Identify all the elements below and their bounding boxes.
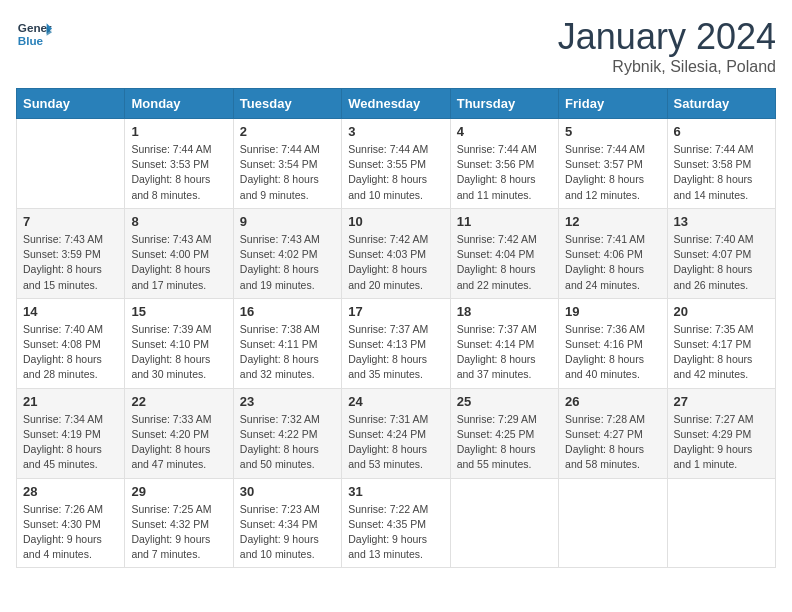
cell-content: Sunrise: 7:29 AM Sunset: 4:25 PM Dayligh… xyxy=(457,412,552,473)
cell-content: Sunrise: 7:42 AM Sunset: 4:03 PM Dayligh… xyxy=(348,232,443,293)
table-row: 28Sunrise: 7:26 AM Sunset: 4:30 PM Dayli… xyxy=(17,478,125,568)
table-row: 11Sunrise: 7:42 AM Sunset: 4:04 PM Dayli… xyxy=(450,208,558,298)
cell-content: Sunrise: 7:22 AM Sunset: 4:35 PM Dayligh… xyxy=(348,502,443,563)
date-number: 15 xyxy=(131,304,226,319)
cell-content: Sunrise: 7:43 AM Sunset: 4:02 PM Dayligh… xyxy=(240,232,335,293)
cell-content: Sunrise: 7:40 AM Sunset: 4:07 PM Dayligh… xyxy=(674,232,769,293)
header-thursday: Thursday xyxy=(450,89,558,119)
date-number: 30 xyxy=(240,484,335,499)
date-number: 20 xyxy=(674,304,769,319)
table-row: 3Sunrise: 7:44 AM Sunset: 3:55 PM Daylig… xyxy=(342,119,450,209)
table-row: 22Sunrise: 7:33 AM Sunset: 4:20 PM Dayli… xyxy=(125,388,233,478)
svg-text:Blue: Blue xyxy=(18,34,44,47)
date-number: 10 xyxy=(348,214,443,229)
table-row: 15Sunrise: 7:39 AM Sunset: 4:10 PM Dayli… xyxy=(125,298,233,388)
cell-content: Sunrise: 7:44 AM Sunset: 3:58 PM Dayligh… xyxy=(674,142,769,203)
table-row: 5Sunrise: 7:44 AM Sunset: 3:57 PM Daylig… xyxy=(559,119,667,209)
cell-content: Sunrise: 7:44 AM Sunset: 3:54 PM Dayligh… xyxy=(240,142,335,203)
table-row xyxy=(17,119,125,209)
date-number: 17 xyxy=(348,304,443,319)
table-row: 21Sunrise: 7:34 AM Sunset: 4:19 PM Dayli… xyxy=(17,388,125,478)
cell-content: Sunrise: 7:44 AM Sunset: 3:57 PM Dayligh… xyxy=(565,142,660,203)
cell-content: Sunrise: 7:37 AM Sunset: 4:13 PM Dayligh… xyxy=(348,322,443,383)
cell-content: Sunrise: 7:44 AM Sunset: 3:56 PM Dayligh… xyxy=(457,142,552,203)
cell-content: Sunrise: 7:25 AM Sunset: 4:32 PM Dayligh… xyxy=(131,502,226,563)
date-number: 13 xyxy=(674,214,769,229)
table-row: 6Sunrise: 7:44 AM Sunset: 3:58 PM Daylig… xyxy=(667,119,775,209)
page-header: General Blue January 2024 Rybnik, Silesi… xyxy=(16,16,776,76)
table-row xyxy=(667,478,775,568)
date-number: 31 xyxy=(348,484,443,499)
header-sunday: Sunday xyxy=(17,89,125,119)
table-row: 10Sunrise: 7:42 AM Sunset: 4:03 PM Dayli… xyxy=(342,208,450,298)
calendar-week-row: 21Sunrise: 7:34 AM Sunset: 4:19 PM Dayli… xyxy=(17,388,776,478)
date-number: 2 xyxy=(240,124,335,139)
date-number: 29 xyxy=(131,484,226,499)
date-number: 4 xyxy=(457,124,552,139)
table-row: 8Sunrise: 7:43 AM Sunset: 4:00 PM Daylig… xyxy=(125,208,233,298)
title-section: January 2024 Rybnik, Silesia, Poland xyxy=(558,16,776,76)
table-row: 7Sunrise: 7:43 AM Sunset: 3:59 PM Daylig… xyxy=(17,208,125,298)
table-row: 20Sunrise: 7:35 AM Sunset: 4:17 PM Dayli… xyxy=(667,298,775,388)
table-row xyxy=(559,478,667,568)
table-row: 26Sunrise: 7:28 AM Sunset: 4:27 PM Dayli… xyxy=(559,388,667,478)
cell-content: Sunrise: 7:42 AM Sunset: 4:04 PM Dayligh… xyxy=(457,232,552,293)
calendar-header-row: Sunday Monday Tuesday Wednesday Thursday… xyxy=(17,89,776,119)
table-row: 14Sunrise: 7:40 AM Sunset: 4:08 PM Dayli… xyxy=(17,298,125,388)
cell-content: Sunrise: 7:40 AM Sunset: 4:08 PM Dayligh… xyxy=(23,322,118,383)
date-number: 27 xyxy=(674,394,769,409)
table-row: 12Sunrise: 7:41 AM Sunset: 4:06 PM Dayli… xyxy=(559,208,667,298)
cell-content: Sunrise: 7:33 AM Sunset: 4:20 PM Dayligh… xyxy=(131,412,226,473)
header-saturday: Saturday xyxy=(667,89,775,119)
table-row: 9Sunrise: 7:43 AM Sunset: 4:02 PM Daylig… xyxy=(233,208,341,298)
table-row: 27Sunrise: 7:27 AM Sunset: 4:29 PM Dayli… xyxy=(667,388,775,478)
date-number: 14 xyxy=(23,304,118,319)
table-row: 30Sunrise: 7:23 AM Sunset: 4:34 PM Dayli… xyxy=(233,478,341,568)
cell-content: Sunrise: 7:39 AM Sunset: 4:10 PM Dayligh… xyxy=(131,322,226,383)
date-number: 24 xyxy=(348,394,443,409)
table-row: 17Sunrise: 7:37 AM Sunset: 4:13 PM Dayli… xyxy=(342,298,450,388)
logo-icon: General Blue xyxy=(16,16,52,52)
header-friday: Friday xyxy=(559,89,667,119)
date-number: 7 xyxy=(23,214,118,229)
date-number: 3 xyxy=(348,124,443,139)
header-monday: Monday xyxy=(125,89,233,119)
month-year-title: January 2024 xyxy=(558,16,776,58)
logo: General Blue xyxy=(16,16,52,52)
table-row: 31Sunrise: 7:22 AM Sunset: 4:35 PM Dayli… xyxy=(342,478,450,568)
cell-content: Sunrise: 7:28 AM Sunset: 4:27 PM Dayligh… xyxy=(565,412,660,473)
cell-content: Sunrise: 7:43 AM Sunset: 4:00 PM Dayligh… xyxy=(131,232,226,293)
date-number: 26 xyxy=(565,394,660,409)
calendar-week-row: 14Sunrise: 7:40 AM Sunset: 4:08 PM Dayli… xyxy=(17,298,776,388)
table-row: 25Sunrise: 7:29 AM Sunset: 4:25 PM Dayli… xyxy=(450,388,558,478)
cell-content: Sunrise: 7:44 AM Sunset: 3:53 PM Dayligh… xyxy=(131,142,226,203)
cell-content: Sunrise: 7:35 AM Sunset: 4:17 PM Dayligh… xyxy=(674,322,769,383)
table-row: 4Sunrise: 7:44 AM Sunset: 3:56 PM Daylig… xyxy=(450,119,558,209)
cell-content: Sunrise: 7:31 AM Sunset: 4:24 PM Dayligh… xyxy=(348,412,443,473)
date-number: 1 xyxy=(131,124,226,139)
cell-content: Sunrise: 7:23 AM Sunset: 4:34 PM Dayligh… xyxy=(240,502,335,563)
calendar-week-row: 7Sunrise: 7:43 AM Sunset: 3:59 PM Daylig… xyxy=(17,208,776,298)
table-row: 16Sunrise: 7:38 AM Sunset: 4:11 PM Dayli… xyxy=(233,298,341,388)
date-number: 28 xyxy=(23,484,118,499)
cell-content: Sunrise: 7:27 AM Sunset: 4:29 PM Dayligh… xyxy=(674,412,769,473)
cell-content: Sunrise: 7:44 AM Sunset: 3:55 PM Dayligh… xyxy=(348,142,443,203)
cell-content: Sunrise: 7:41 AM Sunset: 4:06 PM Dayligh… xyxy=(565,232,660,293)
date-number: 11 xyxy=(457,214,552,229)
date-number: 23 xyxy=(240,394,335,409)
date-number: 19 xyxy=(565,304,660,319)
table-row: 19Sunrise: 7:36 AM Sunset: 4:16 PM Dayli… xyxy=(559,298,667,388)
table-row: 23Sunrise: 7:32 AM Sunset: 4:22 PM Dayli… xyxy=(233,388,341,478)
table-row: 29Sunrise: 7:25 AM Sunset: 4:32 PM Dayli… xyxy=(125,478,233,568)
cell-content: Sunrise: 7:37 AM Sunset: 4:14 PM Dayligh… xyxy=(457,322,552,383)
cell-content: Sunrise: 7:36 AM Sunset: 4:16 PM Dayligh… xyxy=(565,322,660,383)
table-row: 24Sunrise: 7:31 AM Sunset: 4:24 PM Dayli… xyxy=(342,388,450,478)
table-row: 1Sunrise: 7:44 AM Sunset: 3:53 PM Daylig… xyxy=(125,119,233,209)
cell-content: Sunrise: 7:32 AM Sunset: 4:22 PM Dayligh… xyxy=(240,412,335,473)
date-number: 8 xyxy=(131,214,226,229)
table-row xyxy=(450,478,558,568)
cell-content: Sunrise: 7:34 AM Sunset: 4:19 PM Dayligh… xyxy=(23,412,118,473)
cell-content: Sunrise: 7:38 AM Sunset: 4:11 PM Dayligh… xyxy=(240,322,335,383)
date-number: 21 xyxy=(23,394,118,409)
date-number: 16 xyxy=(240,304,335,319)
